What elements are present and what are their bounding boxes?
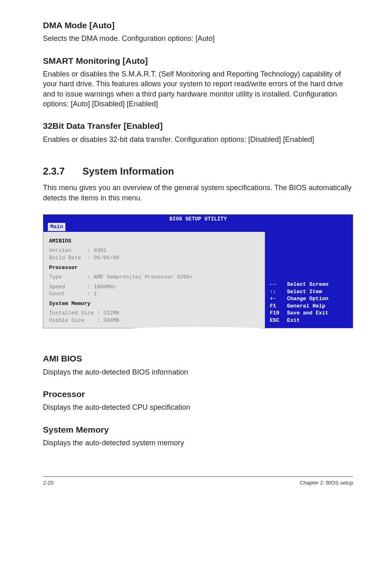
bios-help-general-help: F1General Help bbox=[270, 303, 349, 310]
bios-proc-type: Type : AMD Sempron(tm) Processor 3200+ bbox=[49, 274, 259, 281]
bit32-heading: 32Bit Data Transfer [Enabled] bbox=[43, 120, 353, 132]
bios-version: Version : 0301 bbox=[49, 247, 259, 254]
smart-heading: SMART Monitoring [Auto] bbox=[43, 55, 353, 67]
bios-amibios-header: AMIBIOS bbox=[49, 238, 259, 245]
footer-page-number: 2-20 bbox=[43, 479, 54, 487]
bios-help-select-item: ↑↓Select Item bbox=[270, 288, 349, 296]
bios-build-date: Build Date : 06/06/08 bbox=[49, 254, 259, 262]
bios-screenshot: BIOS SETUP UTILITY Main AMIBIOS Version … bbox=[43, 214, 353, 329]
processor-heading: Processor bbox=[43, 388, 353, 400]
bios-help-pane: ←→Select Screen ↑↓Select Item +-Change O… bbox=[265, 232, 353, 328]
amibios-body: Displays the auto-detected BIOS informat… bbox=[43, 367, 353, 377]
bios-left-pane: AMIBIOS Version : 0301 Build Date : 06/0… bbox=[43, 232, 265, 328]
bit32-body: Enables or disables 32-bit data transfer… bbox=[43, 135, 353, 144]
section-number: 2.3.7 bbox=[43, 165, 80, 178]
bios-processor-header: Processor bbox=[49, 264, 259, 272]
bios-tab-row: Main bbox=[43, 222, 353, 232]
section-2-3-7-title: 2.3.7 System Information bbox=[43, 165, 353, 178]
bios-proc-count: Count : 1 bbox=[49, 290, 259, 298]
bios-help-change-option: +-Change Option bbox=[270, 295, 349, 303]
system-memory-heading: System Memory bbox=[43, 424, 353, 435]
processor-body: Displays the auto-detected CPU specifica… bbox=[43, 402, 353, 412]
bios-tab-main: Main bbox=[47, 222, 66, 231]
smart-body: Enables or disables the S.M.A.R.T. (Self… bbox=[43, 69, 353, 109]
system-memory-body: Displays the auto-detected system memory bbox=[43, 438, 353, 448]
bios-help-exit: ESCExit bbox=[270, 317, 349, 324]
bios-help-save-exit: F10Save and Exit bbox=[270, 310, 349, 317]
bios-mem-usable: Usable Size : 384MB bbox=[49, 317, 259, 324]
sysinfo-intro: This menu gives you an overview of the g… bbox=[43, 183, 353, 203]
amibios-heading: AMI BIOS bbox=[43, 353, 353, 364]
bios-title-bar: BIOS SETUP UTILITY bbox=[43, 215, 353, 223]
bios-mem-installed: Installed Size : 512MB bbox=[49, 310, 259, 317]
bios-help-select-screen: ←→Select Screen bbox=[270, 281, 349, 288]
footer-chapter: Chapter 2: BIOS setup bbox=[300, 479, 353, 487]
section-title-text: System Information bbox=[83, 166, 174, 177]
bios-proc-speed: Speed : 1800MHz bbox=[49, 283, 259, 291]
dma-body: Selects the DMA mode. Configuration opti… bbox=[43, 34, 353, 43]
page-footer: 2-20 Chapter 2: BIOS setup bbox=[43, 476, 353, 487]
bios-system-memory-header: System Memory bbox=[49, 300, 259, 307]
dma-heading: DMA Mode [Auto] bbox=[43, 20, 353, 31]
bios-body: AMIBIOS Version : 0301 Build Date : 06/0… bbox=[43, 232, 353, 328]
